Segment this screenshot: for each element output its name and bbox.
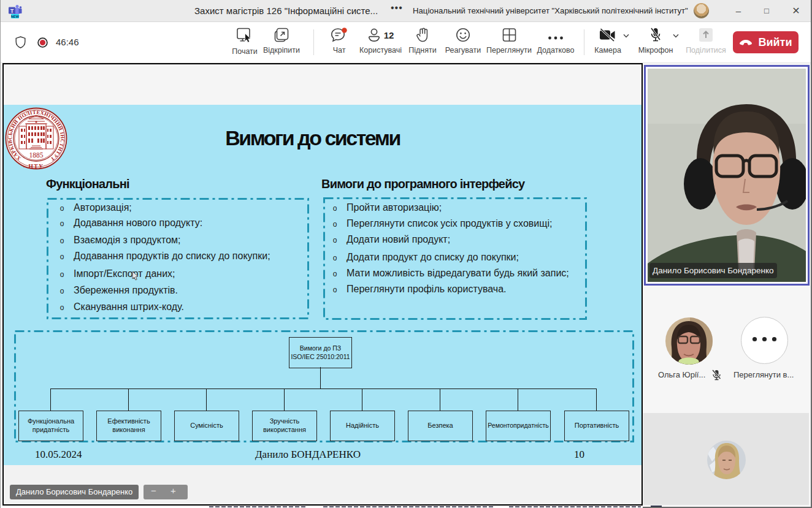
svg-text:T: T bbox=[10, 8, 14, 14]
svg-text:◦ НТУ ◦: ◦ НТУ ◦ bbox=[23, 164, 50, 170]
svg-text:NEW: NEW bbox=[11, 15, 20, 18]
svg-text:1885: 1885 bbox=[29, 151, 44, 159]
